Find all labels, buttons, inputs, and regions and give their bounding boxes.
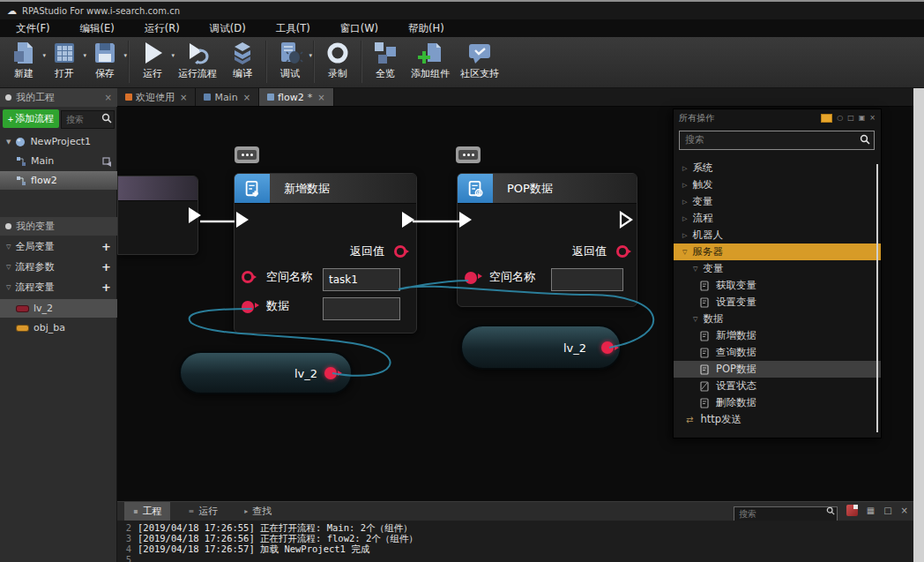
tab-flow2[interactable]: flow2 * × — [259, 88, 334, 106]
output-tab-project[interactable]: ▪ 工程 — [124, 502, 170, 521]
add-variable-icon[interactable]: + — [101, 281, 111, 293]
flow-out-port[interactable] — [619, 211, 634, 229]
ops-item-set-variable[interactable]: 设置变量 — [674, 294, 881, 311]
menu-tools[interactable]: 工具(T) — [271, 20, 316, 37]
ops-category-system[interactable]: ▷系统 — [674, 160, 881, 176]
toolbar-button-record[interactable]: 录制 — [317, 40, 358, 86]
return-value-port[interactable] — [394, 245, 406, 258]
ops-category-robot[interactable]: ▷机器人 — [674, 227, 881, 244]
menu-help[interactable]: 帮助(H) — [403, 20, 450, 37]
close-icon[interactable]: × — [105, 93, 112, 102]
chevron-expanded-icon[interactable]: ▽ — [6, 284, 11, 291]
return-value-port[interactable] — [616, 245, 629, 258]
operations-search-input[interactable] — [679, 131, 875, 150]
toolbar-button-run-flow[interactable]: 运行流程 — [173, 40, 222, 86]
variable-pill-lv2[interactable]: lv_2 — [460, 325, 622, 370]
toolbar-button-overview[interactable]: 全览 — [365, 40, 406, 86]
toolbar-button-save[interactable]: ▾ 保存 — [85, 40, 125, 86]
menu-window[interactable]: 窗口(W) — [335, 20, 384, 37]
tab-main[interactable]: Main × — [196, 88, 259, 106]
tab-welcome[interactable]: 欢迎使用 × — [117, 88, 196, 106]
add-variable-icon[interactable]: + — [101, 241, 111, 252]
flow-in-port[interactable] — [459, 212, 472, 228]
ops-item-add-data[interactable]: 新增数据 — [674, 327, 881, 344]
menu-file[interactable]: 文件(F) — [11, 20, 56, 37]
comment-icon[interactable] — [235, 146, 259, 163]
variable-group-params[interactable]: ▽ 流程参数 + — [0, 258, 117, 276]
toolbar-button-open[interactable]: ▾ 打开 — [44, 40, 85, 86]
variable-out-port[interactable] — [601, 341, 614, 354]
ops-group-variable[interactable]: ▽变量 — [674, 260, 881, 277]
input-port[interactable] — [465, 272, 477, 284]
flow-out-port[interactable] — [189, 207, 201, 223]
flow-in-port[interactable] — [236, 212, 249, 228]
close-icon[interactable]: × — [901, 506, 908, 515]
chevron-expanded-icon[interactable]: ▽ — [6, 244, 11, 251]
add-variable-icon[interactable]: + — [101, 261, 111, 273]
close-icon[interactable]: × — [869, 115, 876, 122]
space-name-field[interactable] — [323, 268, 400, 291]
close-icon[interactable]: × — [180, 93, 187, 102]
log-output[interactable]: 2 [2019/04/18 17:26:55] 正在打开流程: Main: 2个… — [117, 521, 924, 562]
ops-item-get-variable[interactable]: 获取变量 — [674, 277, 881, 294]
menu-run[interactable]: 运行(R) — [139, 20, 185, 37]
comment-icon[interactable] — [456, 146, 481, 163]
variable-item-lv2[interactable]: lv_2 — [0, 299, 117, 318]
variable-out-port[interactable] — [324, 367, 337, 379]
close-icon[interactable]: × — [243, 93, 250, 102]
ops-item-pop-data[interactable]: POP数据 — [674, 361, 881, 378]
toolbar-button-community[interactable]: 社区支持 — [455, 40, 504, 86]
ops-item-query-data[interactable]: 查询数据 — [674, 344, 881, 361]
maximize-icon[interactable]: □ — [883, 506, 891, 515]
menu-edit[interactable]: 编辑(E) — [75, 20, 120, 37]
tree-item-flow2[interactable]: flow2 — [0, 171, 117, 190]
space-name-field[interactable] — [551, 268, 623, 291]
grid-icon[interactable]: ▦ — [867, 506, 875, 515]
dropdown-arrow-icon[interactable]: ▾ — [309, 52, 312, 59]
ops-category-trigger[interactable]: ▷触发 — [674, 176, 881, 193]
clear-log-icon[interactable] — [846, 505, 858, 516]
output-tab-find[interactable]: ▸ 查找 — [235, 502, 280, 521]
add-flow-button[interactable]: + 添加流程 — [3, 109, 59, 128]
data-field[interactable] — [323, 297, 400, 320]
ops-category-variable[interactable]: ▷变量 — [674, 193, 881, 210]
variable-group-flow[interactable]: ▽ 流程变量 + — [0, 278, 117, 296]
ops-category-flow[interactable]: ▷流程 — [674, 210, 881, 227]
ops-item-set-status[interactable]: 设置状态 — [674, 378, 881, 394]
variable-pill-lv2[interactable]: lv_2 — [179, 351, 353, 394]
dropdown-arrow-icon[interactable]: ▾ — [123, 52, 127, 59]
tree-item-main-flow[interactable]: Main — [0, 152, 117, 170]
pin-icon[interactable]: ○ — [837, 115, 843, 122]
ops-item-delete-data[interactable]: 删除数据 — [674, 394, 881, 411]
flow-node-partial[interactable] — [117, 176, 198, 255]
maximize-icon[interactable]: ▣ — [859, 115, 866, 122]
toolbar-button-debug[interactable]: ▾ 调试 — [270, 40, 310, 86]
toolbar-button-add-component[interactable]: 添加组件 — [406, 40, 455, 86]
menu-debug[interactable]: 调试(D) — [205, 20, 251, 37]
restore-icon[interactable]: □ — [847, 115, 854, 122]
variable-item-objba[interactable]: obj_ba — [0, 318, 117, 337]
tree-item-project[interactable]: ▼ NewProject1 — [0, 132, 117, 151]
output-search-input[interactable] — [734, 506, 838, 521]
flow-node-pop-data[interactable]: POP数据 返回值 空间名称 — [457, 173, 637, 307]
scrollbar[interactable] — [876, 164, 878, 432]
input-port[interactable] — [242, 271, 254, 283]
chevron-expanded-icon[interactable]: ▽ — [6, 264, 11, 271]
input-port[interactable] — [242, 301, 254, 313]
flow-node-add-data[interactable]: 新增数据 返回值 空间名称 数据 — [234, 173, 417, 333]
output-tab-run[interactable]: ≡ 运行 — [179, 502, 227, 521]
operations-search — [679, 130, 875, 149]
flow-out-port[interactable] — [402, 212, 414, 228]
chevron-down-icon[interactable]: ▼ — [6, 139, 11, 146]
toolbar-button-run[interactable]: ▾ 运行 — [132, 40, 173, 86]
flow-tab-icon — [204, 94, 211, 101]
ops-category-server[interactable]: ▽服务器 — [674, 244, 881, 260]
close-icon[interactable]: × — [317, 93, 324, 102]
dock-highlight-icon[interactable] — [821, 114, 832, 123]
toolbar-button-new[interactable]: ▾ 新建 — [4, 40, 44, 86]
operations-tree: ▷系统 ▷触发 ▷变量 ▷流程 ▷机器人 ▽服务器 ▽变量 获取变量 设置变量 … — [674, 160, 881, 428]
toolbar-button-compile[interactable]: 编译 — [222, 40, 263, 86]
ops-item-http-send[interactable]: ⇄http发送 — [674, 411, 881, 428]
ops-group-data[interactable]: ▽数据 — [674, 311, 881, 327]
variable-group-global[interactable]: ▽ 全局变量 + — [0, 237, 117, 256]
